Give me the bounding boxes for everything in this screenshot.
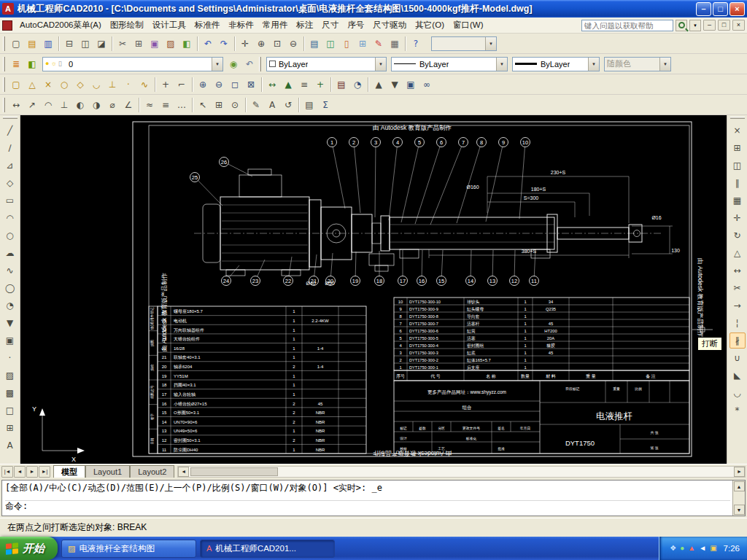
toolbar-grip[interactable] — [3, 117, 18, 119]
spline-button[interactable]: ∿ — [2, 262, 18, 279]
minimize-button[interactable]: – — [696, 2, 711, 16]
menu-standard-parts[interactable]: 标准件 — [190, 18, 225, 32]
dim-ordinate-button[interactable]: ⊥ — [56, 97, 72, 113]
lineweight-combo[interactable]: ByLayer ▼ — [512, 57, 600, 71]
menu-dim-drive[interactable]: 尺寸驱动 — [368, 18, 411, 32]
zoom-realtime-button[interactable]: ⊕ — [253, 36, 269, 52]
help-search-input[interactable] — [581, 20, 673, 31]
menu-common-parts[interactable]: 常用件 — [258, 18, 293, 32]
dim-style-button[interactable]: ▤ — [301, 97, 317, 113]
menu-autocad2006[interactable]: AutoCAD2006菜单(A) — [15, 18, 106, 32]
ellipse-arc-button[interactable]: ◔ — [2, 298, 18, 314]
dim-angular-button[interactable]: ∠ — [120, 97, 136, 113]
break-at-point-button[interactable]: ¦ — [729, 315, 746, 331]
block-editor-button[interactable]: ◧ — [179, 36, 195, 52]
scroll-right-button[interactable]: ► — [734, 467, 745, 477]
draworder-back-button[interactable]: ▼ — [387, 77, 403, 93]
layer-combo-dropdown-icon[interactable]: ▼ — [212, 58, 222, 71]
snap-midpoint-button[interactable]: △ — [24, 77, 40, 93]
toolbar-grip[interactable] — [3, 57, 5, 71]
scrollbar-thumb[interactable] — [190, 467, 278, 476]
mirror-button[interactable]: ◫ — [729, 158, 746, 174]
center-mark-button[interactable]: ⊙ — [227, 97, 243, 113]
line-button[interactable]: ╱ — [2, 122, 18, 139]
snap-endpoint-button[interactable]: ▢ — [8, 77, 24, 93]
status-green-icon[interactable]: ● — [680, 545, 684, 552]
circle-button[interactable]: ○ — [2, 228, 18, 244]
zoom-in-button[interactable]: ⊕ — [195, 77, 211, 93]
menu-annotate[interactable]: 标注 — [292, 18, 317, 32]
rotate-button[interactable]: ↻ — [729, 228, 746, 244]
search-options-button[interactable]: ▼ — [689, 20, 701, 31]
redo-button[interactable]: ↷ — [216, 36, 232, 52]
dim-arc-length-button[interactable]: ◠ — [40, 97, 56, 113]
draworder-front-button[interactable]: ▲ — [371, 77, 387, 93]
area-button[interactable]: ▲ — [280, 77, 296, 93]
pan-button[interactable]: ✛ — [237, 36, 253, 52]
document-minimize-button[interactable]: – — [703, 20, 716, 31]
command-box[interactable]: [全部(A)/中心(C)/动态(D)/范围(E)/上一个(P)/比例(S)/窗口… — [1, 480, 746, 516]
locate-point-button[interactable]: + — [312, 77, 328, 93]
matchprop-button[interactable]: ▨ — [163, 36, 179, 52]
volume-icon[interactable]: ◄ — [699, 545, 706, 552]
lineweight-combo-dropdown-icon[interactable]: ▼ — [588, 58, 599, 71]
open-button[interactable]: ▤ — [24, 36, 40, 52]
command-prompt[interactable]: 命令: — [5, 500, 28, 513]
zoom-extents-button[interactable]: ⊠ — [243, 77, 259, 93]
help-button[interactable]: ? — [408, 36, 424, 52]
toolbar-grip[interactable] — [3, 98, 5, 112]
snap-from-button[interactable]: ⌐ — [174, 77, 190, 93]
tab-nav-previous[interactable]: ◄ — [14, 466, 26, 478]
tab-model[interactable]: 模型 — [53, 465, 85, 478]
snap-tangent-button[interactable]: ◡ — [88, 77, 104, 93]
scale-button[interactable]: △ — [729, 245, 746, 261]
toolbar-grip[interactable] — [259, 57, 261, 71]
ellipse-button[interactable]: ◯ — [2, 280, 18, 296]
chamfer-button[interactable]: ◣ — [729, 368, 746, 384]
snap-center-button[interactable]: ○ — [56, 77, 72, 93]
snap-perpendicular-button[interactable]: ⊥ — [104, 77, 120, 93]
scroll-down-button[interactable]: ▼ — [734, 505, 745, 515]
orbit-button[interactable]: ◔ — [349, 77, 365, 93]
linetype-combo-dropdown-icon[interactable]: ▼ — [496, 58, 507, 71]
dim-diameter-button[interactable]: ⌀ — [104, 97, 120, 113]
extend-button[interactable]: → — [729, 298, 746, 314]
snap-intersection-button[interactable]: × — [40, 77, 56, 93]
copy-button[interactable]: ⊞ — [131, 36, 147, 52]
hyperlink-button[interactable]: ∞ — [419, 77, 435, 93]
sum-button[interactable]: Σ — [317, 97, 333, 113]
join-button[interactable]: ∪ — [729, 350, 746, 366]
break-button[interactable]: ∦ — [729, 332, 746, 349]
plotstyle-combo-dropdown-icon[interactable]: ▼ — [659, 58, 670, 71]
zoom-all-button[interactable]: ◻ — [227, 77, 243, 93]
snap-node-button[interactable]: · — [120, 77, 136, 93]
polygon-button[interactable]: ◇ — [2, 175, 18, 191]
color-combo-dropdown-icon[interactable]: ▼ — [375, 58, 386, 71]
zoom-previous-button[interactable]: ⊖ — [285, 36, 301, 52]
zoom-out-button[interactable]: ⊖ — [211, 77, 227, 93]
linetype-combo[interactable]: ByLayer ▼ — [391, 57, 508, 71]
erase-button[interactable]: × — [729, 122, 746, 139]
toolbar-grip[interactable] — [3, 36, 5, 51]
snap-quadrant-button[interactable]: ◇ — [72, 77, 88, 93]
tolerance-button[interactable]: ⊞ — [211, 97, 227, 113]
dim-text-edit-button[interactable]: A — [264, 97, 280, 113]
scroll-up-button[interactable]: ▲ — [734, 481, 745, 491]
list-button[interactable]: ≡ — [296, 77, 312, 93]
quick-leader-button[interactable]: ↖ — [195, 97, 211, 113]
move-button[interactable]: ✛ — [729, 210, 746, 226]
search-button[interactable] — [676, 20, 687, 31]
publish-button[interactable]: ◪ — [93, 36, 109, 52]
arc-button[interactable]: ◠ — [2, 210, 18, 226]
sheetset-manager-button[interactable]: ⊞ — [355, 36, 371, 52]
temporary-track-button[interactable]: + — [158, 77, 174, 93]
security-icon[interactable]: ▲ — [688, 545, 695, 552]
document-close-button[interactable]: × — [732, 20, 745, 31]
workspaces-combo-dropdown-icon[interactable]: ▼ — [485, 37, 496, 50]
layer-combo[interactable]: ●☼▯■ 0 ▼ — [42, 57, 223, 71]
zoom-window-button[interactable]: ⊡ — [269, 36, 285, 52]
start-button[interactable]: 开始 — [0, 537, 58, 560]
dim-linear-button[interactable]: ↔ — [8, 97, 24, 113]
dim-baseline-button[interactable]: ≡ — [158, 97, 174, 113]
horizontal-scrollbar[interactable]: ◄ ► — [177, 466, 746, 478]
